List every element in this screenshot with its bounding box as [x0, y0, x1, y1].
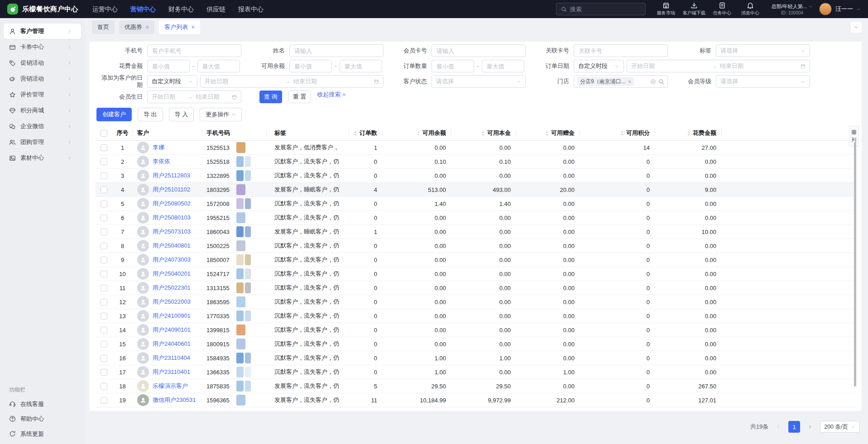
table-row[interactable]: 3 用户25112803 1322895 沉默客户，流失客户，仍 0 0.00 …: [96, 169, 855, 183]
added-date-preset-select[interactable]: 自定义时段: [147, 75, 197, 88]
customer-name-link[interactable]: 用户25040801: [153, 242, 191, 250]
row-checkbox[interactable]: [101, 158, 107, 165]
more-actions-button[interactable]: 更多操作: [200, 108, 242, 121]
clear-circle-icon[interactable]: [650, 79, 656, 85]
nav-item-operations[interactable]: 运营中心: [92, 0, 118, 18]
table-row[interactable]: 19 微信用户230531 1596365 发展客户，流失客户，仍 11 10,…: [96, 393, 855, 407]
order-count-min-input[interactable]: [432, 60, 474, 72]
table-row[interactable]: 15 用户24040601 1800915 沉默客户，流失客户，仍 0 0.00…: [96, 337, 855, 351]
row-checkbox[interactable]: [101, 327, 107, 334]
member-card-filter-input[interactable]: [432, 44, 526, 57]
table-row[interactable]: 5 用户25080502 1572008 沉默客户，流失客户，仍 0 1.40 …: [96, 197, 855, 211]
customer-name-link[interactable]: 用户25112803: [153, 172, 190, 180]
sidebar-item-marketing[interactable]: 营销活动: [4, 71, 81, 86]
row-checkbox[interactable]: [101, 397, 107, 404]
quick-action-message-center[interactable]: 消息中心: [736, 2, 764, 16]
customer-name-link[interactable]: 乐檬演示客户: [153, 382, 188, 390]
spend-max-input[interactable]: [197, 60, 240, 72]
row-checkbox[interactable]: [101, 285, 107, 291]
table-row[interactable]: 13 用户24100901 1770335 沉默客户，流失客户，仍 0 0.00…: [96, 309, 855, 323]
sort-icon[interactable]: [620, 130, 624, 136]
global-search-input[interactable]: [570, 6, 633, 13]
customer-status-select[interactable]: 请选择: [432, 75, 526, 88]
sort-icon[interactable]: [416, 130, 421, 136]
customer-name-link[interactable]: 用户24100901: [153, 312, 191, 320]
quick-action-task-center[interactable]: 任务中心: [708, 2, 736, 16]
quick-action-service-market[interactable]: 服务市场: [652, 2, 680, 16]
customer-name-link[interactable]: 用户25073103: [153, 228, 191, 236]
birthday-range[interactable]: 开始日期 → 结束日期: [147, 91, 241, 103]
nav-item-marketing[interactable]: 营销中心: [130, 0, 156, 18]
store-select[interactable]: 分店9（南京浦口... ×: [574, 75, 668, 88]
customer-name-link[interactable]: 微信用户230531: [153, 396, 196, 404]
sidebar-item-materials[interactable]: 素材中心: [4, 150, 81, 166]
column-header-principal[interactable]: 可用本金: [451, 126, 516, 140]
table-row[interactable]: 2 李依依 1525518 沉默客户，流失客户，仍 0 0.10 0.10 0.…: [96, 155, 855, 169]
next-page-button[interactable]: [805, 421, 815, 433]
row-checkbox[interactable]: [101, 369, 107, 376]
sidebar-item-reviews[interactable]: 评价管理: [4, 87, 81, 102]
customer-name-link[interactable]: 用户25022003: [153, 298, 191, 306]
page-1-button[interactable]: 1: [788, 421, 800, 433]
select-all-checkbox[interactable]: [101, 130, 107, 137]
order-date-range[interactable]: 开始日期 → 结束日期: [627, 60, 810, 72]
table-row[interactable]: 18 乐檬演示客户 1875835 发展客户，流失客户，仍 5 29.50 29…: [96, 379, 855, 393]
customer-name-link[interactable]: 用户25022301: [153, 284, 191, 292]
sidebar-footer-item-system-update[interactable]: 系统更新: [0, 426, 85, 441]
sort-icon[interactable]: [353, 130, 358, 136]
customer-name-link[interactable]: 李娜: [153, 143, 164, 152]
row-checkbox[interactable]: [101, 201, 107, 207]
table-row[interactable]: 1 李娜 1525513 发展客户，低消费客户， 1 0.00 0.00 0.0…: [96, 141, 855, 155]
sidebar-item-promotions[interactable]: 促销活动: [4, 55, 81, 71]
page-size-select[interactable]: 200 条/页: [820, 421, 860, 433]
spend-min-input[interactable]: [147, 60, 190, 72]
user-menu[interactable]: 汪一一: [819, 3, 861, 15]
column-header-balance[interactable]: 可用余额: [383, 126, 451, 140]
sidebar-item-wecom[interactable]: 企业微信: [4, 119, 81, 134]
tab-coupons[interactable]: 优惠券×: [119, 20, 154, 34]
table-row[interactable]: 4 用户25101102 1803295 发展客户，睡眠客户，仍 4 513.0…: [96, 183, 855, 197]
order-count-max-input[interactable]: [482, 60, 524, 72]
name-filter-input[interactable]: [289, 44, 384, 57]
table-row[interactable]: 10 用户25040201 1524717 沉默客户，流失客户，仍 0 0.00…: [96, 267, 855, 281]
tab-customer-list[interactable]: 客户列表×: [159, 20, 200, 34]
row-checkbox[interactable]: [101, 383, 107, 390]
table-row[interactable]: 17 用户23110401 1366335 沉默客户，流失客户，仍 0 1.00…: [96, 365, 855, 379]
row-checkbox[interactable]: [101, 313, 107, 320]
import-button[interactable]: 导 入: [169, 108, 194, 121]
customer-name-link[interactable]: 用户25080502: [153, 200, 191, 208]
column-header-orders[interactable]: 订单数: [349, 126, 383, 140]
customer-name-link[interactable]: 用户24073003: [153, 256, 191, 264]
added-date-range[interactable]: 开始日期 → 结束日期: [200, 75, 384, 88]
sidebar-item-points-mall[interactable]: 积分商城: [4, 103, 81, 118]
phone-filter-input[interactable]: [147, 44, 241, 57]
global-search[interactable]: [556, 3, 646, 15]
tab-close-icon[interactable]: ×: [191, 24, 195, 30]
member-level-select[interactable]: 请选择: [716, 75, 810, 88]
org-selector[interactable]: 总部/年轻人第... ID: 100004: [772, 3, 813, 15]
customer-name-link[interactable]: 用户25040201: [153, 270, 191, 278]
table-row[interactable]: 6 用户25080103 1955215 沉默客户，流失客户，仍 0 0.00 …: [96, 211, 855, 225]
collapse-search-link[interactable]: 收起搜索: [317, 91, 346, 99]
row-checkbox[interactable]: [101, 215, 107, 221]
prev-page-button[interactable]: [773, 421, 784, 433]
sidebar-item-customers[interactable]: 客户管理: [4, 24, 81, 39]
table-row[interactable]: 16 用户23110404 1584935 沉默客户，流失客户，仍 0 1.00…: [96, 351, 855, 365]
table-row[interactable]: 12 用户25022003 1863595 沉默客户，流失客户，仍 0 0.00…: [96, 295, 855, 309]
table-row[interactable]: 8 用户25040801 1500225 沉默客户，流失客户，仍 0 0.00 …: [96, 239, 855, 253]
sidebar-footer-item-help-center[interactable]: 帮助中心: [0, 411, 85, 426]
balance-min-input[interactable]: [289, 60, 332, 72]
row-checkbox[interactable]: [101, 229, 107, 235]
column-header-bonus[interactable]: 可用赠金: [516, 126, 580, 140]
column-header-points[interactable]: 可用积分: [580, 126, 655, 140]
quick-action-client-download[interactable]: 客户端下载: [680, 2, 708, 16]
nav-item-reports[interactable]: 报表中心: [238, 0, 264, 18]
sort-icon[interactable]: [545, 130, 549, 136]
customer-name-link[interactable]: 李依依: [153, 158, 170, 166]
table-row[interactable]: 11 用户25022301 1313155 沉默客户，流失客户，仍 0 0.00…: [96, 281, 855, 295]
table-row[interactable]: 9 用户24073003 1850007 沉默客户，流失客户，仍 0 0.00 …: [96, 253, 855, 267]
sidebar-item-cards[interactable]: 卡券中心: [4, 39, 81, 55]
customer-name-link[interactable]: 用户25080103: [153, 214, 191, 222]
customer-name-link[interactable]: 用户23110404: [153, 354, 190, 362]
table-row[interactable]: 7 用户25073103 1860043 发展客户，睡眠客户，仍 1 0.00 …: [96, 225, 855, 239]
